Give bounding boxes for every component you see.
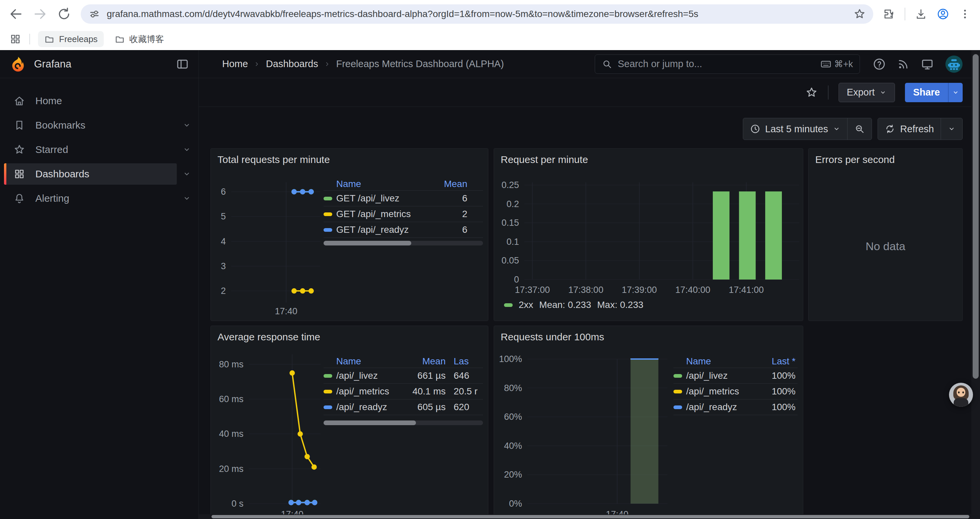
apps-grid-icon[interactable] (10, 33, 21, 45)
legend-column-header[interactable]: Name (323, 356, 396, 367)
bookmark-folder-blogs[interactable]: 收藏博客 (108, 31, 170, 48)
bookmark-label: 收藏博客 (129, 34, 164, 45)
series-name[interactable]: /api/_readyz (336, 402, 387, 412)
legend-row: GET /api/_readyz6 (323, 222, 483, 238)
series-color-pill (323, 228, 332, 232)
legend-scrollbar[interactable] (323, 241, 483, 246)
series-color-pill (323, 374, 332, 378)
chevron-right-icon (253, 61, 261, 68)
legend-value: 6 (417, 193, 467, 204)
sidebar-item-alerting[interactable]: Alerting (0, 188, 199, 209)
refresh-button[interactable]: Refresh (878, 118, 941, 140)
bookmark-star-icon[interactable] (853, 8, 866, 21)
series-name[interactable]: GET /api/_readyz (336, 224, 409, 235)
series-name[interactable]: GET /api/_metrics (336, 209, 411, 219)
legend-column-header[interactable]: Name (673, 356, 752, 367)
user-avatar[interactable] (945, 55, 963, 73)
assistant-avatar[interactable] (949, 383, 973, 407)
share-button[interactable]: Share (905, 83, 948, 102)
legend-row: /api/_livez661 µs646 (323, 368, 483, 384)
breadcrumb: Home Dashboards Freeleaps Metrics Dashbo… (222, 58, 504, 69)
legend-value: 6 (417, 224, 467, 235)
bookmark-folder-freeleaps[interactable]: Freeleaps (38, 31, 104, 47)
legend-value: 2 (417, 209, 467, 219)
legend-column-header[interactable]: Las (445, 356, 483, 367)
horizontal-scrollbar-thumb[interactable] (212, 515, 969, 518)
zoom-out-button[interactable] (848, 118, 872, 140)
legend-max: Max: 0.233 (597, 300, 643, 310)
svg-text:40 ms: 40 ms (219, 429, 243, 439)
share-dropdown-button[interactable] (948, 83, 963, 102)
scrollbar-thumb[interactable] (323, 420, 416, 425)
legend-scrollbar[interactable] (323, 420, 483, 425)
sidebar-item-label: Starred (35, 144, 68, 155)
svg-text:17:39:00: 17:39:00 (622, 285, 657, 295)
chevron-down-icon[interactable] (183, 145, 191, 154)
search-shortcut: ⌘+k (820, 58, 853, 70)
url-text[interactable]: grafana.mathmast.com/d/deytv4rwavabkb/fr… (107, 9, 847, 19)
dashboards-icon (13, 168, 25, 180)
time-controls: Last 5 minutes Refresh (199, 118, 980, 140)
legend-row: GET /api/_livez6 (323, 191, 483, 206)
legend-column-header[interactable]: Name (323, 179, 417, 189)
panel-title[interactable]: Errors per second (808, 149, 963, 171)
address-bar[interactable]: grafana.mathmast.com/d/deytv4rwavabkb/fr… (81, 4, 873, 24)
svg-text:17:41:00: 17:41:00 (729, 285, 764, 295)
breadcrumb-dashboards[interactable]: Dashboards (266, 58, 318, 69)
time-range-picker[interactable]: Last 5 minutes (743, 118, 848, 140)
browser-menu-icon[interactable] (959, 8, 971, 21)
chevron-down-icon[interactable] (183, 170, 191, 178)
series-name[interactable]: /api/_readyz (686, 402, 737, 412)
browser-reload-icon[interactable] (57, 7, 72, 21)
svg-text:100%: 100% (499, 354, 522, 364)
series-name[interactable]: 2xx (519, 300, 533, 310)
legend-value: 646 (445, 370, 483, 381)
svg-text:0.05: 0.05 (501, 256, 519, 265)
help-icon[interactable] (873, 57, 886, 71)
chevron-down-icon[interactable] (183, 194, 191, 203)
legend-value: 100% (752, 370, 795, 381)
legend-column-header[interactable]: Mean (417, 179, 467, 189)
news-rss-icon[interactable] (897, 57, 910, 71)
series-name[interactable]: GET /api/_livez (336, 193, 399, 204)
chevron-down-icon (948, 125, 956, 133)
search-input[interactable]: Search or jump to... ⌘+k (595, 54, 860, 74)
series-name[interactable]: /api/_metrics (686, 386, 739, 397)
legend-value: 40.1 ms (396, 386, 445, 397)
sidebar-item-starred[interactable]: Starred (0, 139, 199, 160)
breadcrumb-home[interactable]: Home (222, 58, 248, 69)
refresh-interval-dropdown[interactable] (941, 118, 963, 140)
series-color-pill (673, 374, 682, 378)
browser-forward-icon[interactable] (33, 7, 48, 21)
scrollbar-thumb[interactable] (323, 241, 411, 246)
legend-column-header[interactable]: Last * (752, 356, 795, 367)
legend-value: 20.5 r (445, 386, 483, 397)
site-settings-icon[interactable] (88, 8, 101, 21)
sidebar-toggle-icon[interactable] (176, 57, 189, 71)
legend-row: /api/_metrics100% (673, 384, 797, 399)
time-range-group: Last 5 minutes (743, 118, 872, 140)
legend-column-header[interactable]: Mean (396, 356, 445, 367)
extensions-icon[interactable] (883, 8, 895, 21)
sidebar-item-bookmarks[interactable]: Bookmarks (0, 115, 199, 136)
grafana-logo-icon[interactable] (10, 56, 27, 73)
refresh-sync-icon (885, 124, 895, 134)
toolbar-divider (905, 8, 905, 21)
favorite-star-icon[interactable] (805, 86, 818, 99)
series-name[interactable]: /api/_livez (686, 370, 728, 381)
export-button[interactable]: Export (838, 83, 895, 102)
time-range-label: Last 5 minutes (765, 124, 828, 134)
monitor-icon[interactable] (921, 57, 934, 71)
legend-row: /api/_readyz605 µs620 (323, 399, 483, 415)
downloads-icon[interactable] (915, 8, 927, 21)
sidebar-item-home[interactable]: Home (0, 90, 199, 112)
browser-back-icon[interactable] (9, 7, 23, 21)
vertical-scrollbar-thumb[interactable] (973, 54, 978, 379)
legend-table: NameLast */api/_livez100%/api/_metrics10… (673, 355, 797, 415)
panel-average-response-time: 80 ms60 ms40 ms20 ms0 s17:40 Average res… (210, 326, 488, 516)
browser-profile-icon[interactable] (937, 8, 949, 21)
sidebar-item-dashboards[interactable]: Dashboards (0, 163, 199, 185)
series-name[interactable]: /api/_livez (336, 370, 378, 381)
series-name[interactable]: /api/_metrics (336, 386, 389, 397)
chevron-down-icon[interactable] (183, 121, 191, 129)
